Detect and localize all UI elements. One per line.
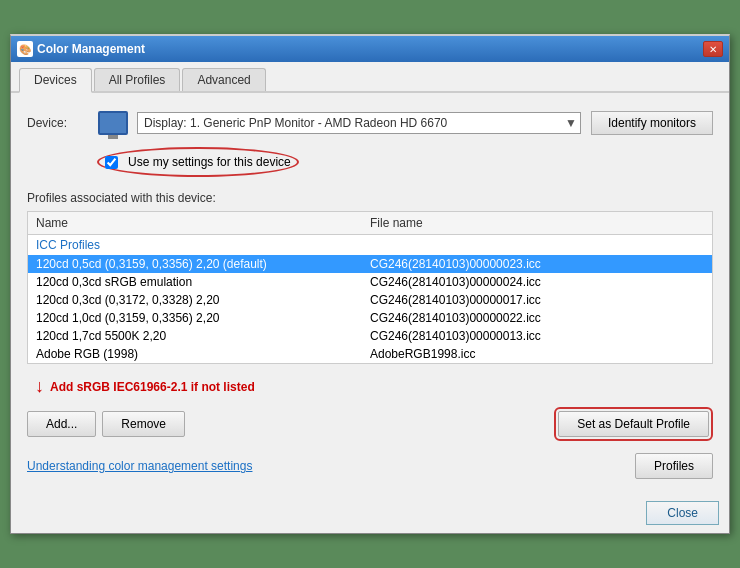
row-name: 120cd 0,5cd (0,3159, 0,3356) 2,20 (defau… — [36, 257, 370, 271]
monitor-icon — [98, 111, 128, 135]
add-button[interactable]: Add... — [27, 411, 96, 437]
row-file: CG246(28140103)00000017.icc — [370, 293, 704, 307]
table-row[interactable]: Adobe RGB (1998) AdobeRGB1998.icc — [28, 345, 712, 363]
row-file: CG246(28140103)00000022.icc — [370, 311, 704, 325]
row-name: 120cd 0,3cd sRGB emulation — [36, 275, 370, 289]
table-row[interactable]: 120cd 0,5cd (0,3159, 0,3356) 2,20 (defau… — [28, 255, 712, 273]
identify-monitors-button[interactable]: Identify monitors — [591, 111, 713, 135]
icc-group-label: ICC Profiles — [28, 235, 712, 255]
tabs-bar: Devices All Profiles Advanced — [11, 62, 729, 93]
tab-content: Device: Display: 1. Generic PnP Monitor … — [11, 93, 729, 495]
row-name: 120cd 1,7cd 5500K 2,20 — [36, 329, 370, 343]
bottom-buttons: Add... Remove Set as Default Profile — [27, 407, 713, 441]
use-settings-label: Use my settings for this device — [128, 155, 291, 169]
footer-row: Understanding color management settings … — [27, 453, 713, 479]
row-file: CG246(28140103)00000024.icc — [370, 275, 704, 289]
tab-all-profiles[interactable]: All Profiles — [94, 68, 181, 91]
device-select[interactable]: Display: 1. Generic PnP Monitor - AMD Ra… — [137, 112, 581, 134]
remove-button[interactable]: Remove — [102, 411, 185, 437]
table-header: Name File name — [28, 212, 712, 235]
profiles-button[interactable]: Profiles — [635, 453, 713, 479]
col-name-header: Name — [36, 216, 370, 230]
tab-advanced[interactable]: Advanced — [182, 68, 265, 91]
checkbox-circle-annotation: Use my settings for this device — [97, 147, 299, 177]
row-name: Adobe RGB (1998) — [36, 347, 370, 361]
add-srgb-annotation: ↓ Add sRGB IEC61966-2.1 if not listed — [35, 376, 713, 397]
close-btn-wrap: Close — [11, 495, 729, 533]
left-buttons: Add... Remove — [27, 411, 185, 437]
device-select-wrap: Display: 1. Generic PnP Monitor - AMD Ra… — [137, 112, 581, 134]
profiles-table: Name File name ICC Profiles 120cd 0,5cd … — [27, 211, 713, 364]
identify-btn-wrap: Identify monitors — [591, 111, 713, 135]
annotation-text: Add sRGB IEC61966-2.1 if not listed — [50, 380, 255, 394]
window-icon: 🎨 — [17, 41, 33, 57]
arrow-down-icon: ↓ — [35, 376, 44, 397]
color-management-window: 🎨 Color Management ✕ Devices All Profile… — [10, 34, 730, 534]
row-file: CG246(28140103)00000023.icc — [370, 257, 704, 271]
use-settings-row: Use my settings for this device — [97, 147, 713, 177]
use-settings-checkbox[interactable] — [105, 156, 118, 169]
set-default-wrap: Set as Default Profile — [554, 407, 713, 441]
tab-devices[interactable]: Devices — [19, 68, 92, 93]
title-bar: 🎨 Color Management ✕ — [11, 36, 729, 62]
window-title: Color Management — [37, 42, 145, 56]
title-controls: ✕ — [703, 41, 723, 57]
row-name: 120cd 1,0cd (0,3159, 0,3356) 2,20 — [36, 311, 370, 325]
row-name: 120cd 0,3cd (0,3172, 0,3328) 2,20 — [36, 293, 370, 307]
title-bar-left: 🎨 Color Management — [17, 41, 145, 57]
row-file: CG246(28140103)00000013.icc — [370, 329, 704, 343]
close-button[interactable]: Close — [646, 501, 719, 525]
profiles-section-label: Profiles associated with this device: — [27, 191, 713, 205]
row-file: AdobeRGB1998.icc — [370, 347, 704, 361]
device-row: Device: Display: 1. Generic PnP Monitor … — [27, 109, 713, 137]
monitor-icon-wrap — [97, 109, 129, 137]
table-row[interactable]: 120cd 1,0cd (0,3159, 0,3356) 2,20 CG246(… — [28, 309, 712, 327]
table-row[interactable]: 120cd 1,7cd 5500K 2,20 CG246(28140103)00… — [28, 327, 712, 345]
understanding-link[interactable]: Understanding color management settings — [27, 459, 252, 473]
table-row[interactable]: 120cd 0,3cd sRGB emulation CG246(2814010… — [28, 273, 712, 291]
device-label: Device: — [27, 116, 97, 130]
col-file-header: File name — [370, 216, 704, 230]
close-window-button[interactable]: ✕ — [703, 41, 723, 57]
set-default-button[interactable]: Set as Default Profile — [558, 411, 709, 437]
table-row[interactable]: 120cd 0,3cd (0,3172, 0,3328) 2,20 CG246(… — [28, 291, 712, 309]
